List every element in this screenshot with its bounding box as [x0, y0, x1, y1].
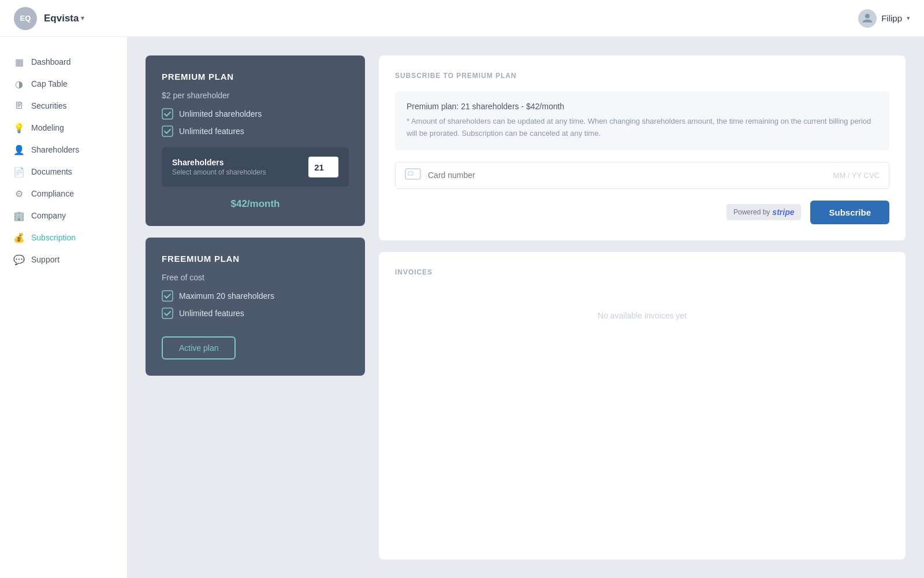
username-label: Filipp [881, 13, 902, 23]
check-icon-1 [162, 108, 173, 120]
sidebar-item-modeling[interactable]: 💡 Modeling [0, 117, 127, 139]
sidebar-item-subscription[interactable]: 💰 Subscription [0, 227, 127, 249]
main-content: PREMIUM PLAN $2 per shareholder Unlimite… [127, 37, 924, 578]
check-icon-3 [162, 290, 173, 302]
premium-feature-2: Unlimited features [162, 125, 349, 137]
sidebar-item-compliance[interactable]: ⚙ Compliance [0, 183, 127, 205]
no-invoices-message: No available invoices yet [395, 288, 889, 343]
freemium-price-per: Free of cost [162, 273, 349, 282]
subscribe-actions: Powered by stripe Subscribe [395, 201, 889, 224]
premium-plan-title: PREMIUM PLAN [162, 72, 349, 81]
sidebar-label-compliance: Compliance [31, 189, 74, 198]
sidebar-item-shareholders[interactable]: 👤 Shareholders [0, 139, 127, 161]
check-icon-4 [162, 307, 173, 319]
sidebar-label-dashboard: Dashboard [31, 57, 71, 66]
subscribe-section-title: SUBSCRIBE TO PREMIUM PLAN [395, 72, 889, 80]
subscribe-info-desc: * Amount of shareholders can be updated … [407, 116, 878, 140]
person-icon [862, 13, 873, 24]
freemium-feature-1: Maximum 20 shareholders [162, 290, 349, 302]
sidebar-item-dashboard[interactable]: ▦ Dashboard [0, 51, 127, 73]
check-icon-2 [162, 125, 173, 137]
sidebar-label-documents: Documents [31, 167, 72, 176]
svg-rect-2 [162, 291, 173, 301]
user-chevron-icon: ▾ [907, 14, 910, 22]
sidebar-item-securities[interactable]: 🖹 Securities [0, 95, 127, 117]
user-avatar-icon [858, 9, 877, 28]
sidebar-item-cap-table[interactable]: ◑ Cap Table [0, 73, 127, 95]
card-number-input[interactable] [428, 171, 826, 180]
right-column: SUBSCRIBE TO PREMIUM PLAN Premium plan: … [379, 55, 906, 560]
premium-plan-card: PREMIUM PLAN $2 per shareholder Unlimite… [146, 55, 365, 226]
sidebar-label-company: Company [31, 211, 66, 220]
support-icon: 💬 [14, 254, 24, 265]
brand-name[interactable]: Eqvista ▾ [44, 13, 84, 24]
topbar: EQ Eqvista ▾ Filipp ▾ [0, 0, 924, 37]
company-icon: 🏢 [14, 210, 24, 221]
premium-price-per: $2 per shareholder [162, 91, 349, 100]
card-chip-icon [405, 168, 421, 183]
freemium-feature-2: Unlimited features [162, 307, 349, 319]
shareholders-input[interactable] [308, 157, 338, 177]
documents-icon: 📄 [14, 166, 24, 177]
card-input-row[interactable]: MM / YY CVC [395, 162, 889, 189]
card-expiry-cvc-label: MM / YY CVC [833, 171, 880, 180]
brand-chevron-icon: ▾ [81, 14, 84, 22]
shareholders-sublabel: Select amount of shareholders [172, 168, 266, 176]
logo-avatar: EQ [14, 7, 37, 30]
cap-table-icon: ◑ [14, 79, 24, 89]
stripe-logo: stripe [772, 208, 794, 217]
sidebar-item-documents[interactable]: 📄 Documents [0, 161, 127, 183]
subscribe-card: SUBSCRIBE TO PREMIUM PLAN Premium plan: … [379, 55, 906, 240]
sidebar-label-support: Support [31, 255, 59, 264]
compliance-icon: ⚙ [14, 188, 24, 199]
sidebar-label-cap-table: Cap Table [31, 79, 68, 88]
svg-rect-0 [162, 109, 173, 119]
invoices-section-title: INVOICES [395, 268, 889, 276]
brand-area[interactable]: EQ Eqvista ▾ [14, 7, 84, 30]
securities-icon: 🖹 [14, 101, 24, 111]
credit-card-icon [405, 168, 421, 180]
powered-by-label: Powered by [733, 208, 770, 216]
sidebar-label-securities: Securities [31, 101, 66, 110]
modeling-icon: 💡 [14, 123, 24, 133]
svg-rect-1 [162, 126, 173, 136]
plans-column: PREMIUM PLAN $2 per shareholder Unlimite… [146, 55, 365, 560]
shareholders-icon: 👤 [14, 144, 24, 155]
stripe-badge: Powered by stripe [726, 204, 802, 220]
main-layout: ▦ Dashboard ◑ Cap Table 🖹 Securities 💡 M… [0, 37, 924, 578]
freemium-plan-card: FREEMIUM PLAN Free of cost Maximum 20 sh… [146, 238, 365, 376]
svg-rect-3 [162, 308, 173, 318]
subscription-icon: 💰 [14, 232, 24, 243]
freemium-plan-title: FREEMIUM PLAN [162, 254, 349, 264]
user-menu[interactable]: Filipp ▾ [858, 9, 910, 28]
sidebar: ▦ Dashboard ◑ Cap Table 🖹 Securities 💡 M… [0, 37, 127, 578]
subscribe-info-title: Premium plan: 21 shareholders - $42/mont… [407, 102, 878, 111]
sidebar-label-modeling: Modeling [31, 123, 64, 132]
subscribe-info-box: Premium plan: 21 shareholders - $42/mont… [395, 91, 889, 150]
shareholders-label: Shareholders [172, 158, 266, 167]
active-plan-button[interactable]: Active plan [162, 336, 236, 360]
svg-rect-5 [408, 172, 413, 175]
shareholders-selector: Shareholders Select amount of shareholde… [162, 147, 349, 187]
dashboard-icon: ▦ [14, 57, 24, 67]
subscribe-button[interactable]: Subscribe [810, 201, 889, 224]
sidebar-item-support[interactable]: 💬 Support [0, 249, 127, 271]
premium-feature-1: Unlimited shareholders [162, 108, 349, 120]
monthly-price: $42/month [162, 198, 349, 210]
invoices-card: INVOICES No available invoices yet [379, 252, 906, 560]
sidebar-label-subscription: Subscription [31, 233, 76, 242]
sidebar-item-company[interactable]: 🏢 Company [0, 205, 127, 227]
sidebar-label-shareholders: Shareholders [31, 145, 79, 154]
